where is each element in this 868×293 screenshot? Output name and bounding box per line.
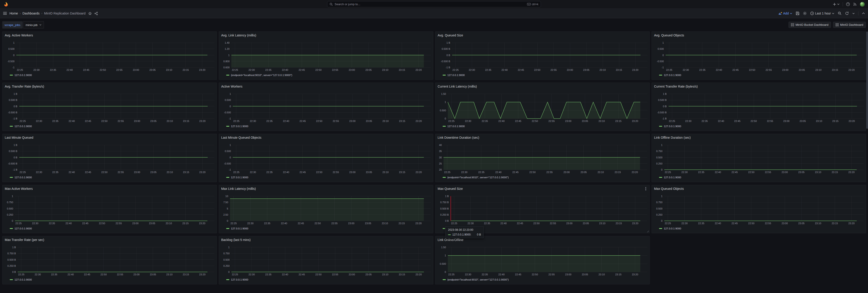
legend-item[interactable]: 127.0.0.1:9000	[10, 125, 214, 128]
plot-area[interactable]	[448, 247, 647, 272]
panel-title[interactable]: Current Link Latency (millis)	[438, 85, 477, 88]
plot-area[interactable]	[18, 247, 214, 272]
legend-item[interactable]: 127.0.0.1:9000	[10, 176, 214, 179]
plot-area[interactable]	[664, 145, 864, 170]
panel-title[interactable]: Link Downtime Duration (sec)	[438, 136, 479, 139]
panel-title[interactable]: Avg. Active Workers	[5, 33, 33, 37]
x-tick-label: 23:15	[832, 69, 838, 71]
search-input[interactable]: Search or jump to... ctrl+k	[327, 1, 541, 7]
chevron-up-icon[interactable]	[862, 12, 865, 14]
refresh-icon[interactable]	[845, 11, 849, 15]
grafana-logo-icon[interactable]	[3, 2, 9, 7]
x-tick-label: 23:00	[133, 69, 139, 71]
panel-title[interactable]: Link Online/Offline	[438, 238, 463, 241]
plot-area[interactable]	[19, 94, 214, 119]
legend-item[interactable]: {endpoint="localhost:9010", server="127.…	[443, 278, 647, 281]
panel-title[interactable]: Avg. Link Latency (millis)	[221, 33, 256, 37]
plot-area[interactable]	[233, 145, 431, 170]
panel-title[interactable]: Current Transfer Rate (bytes/s)	[654, 85, 698, 88]
y-tick-label: 1	[229, 93, 231, 95]
save-dashboard-icon[interactable]	[796, 11, 799, 15]
legend-item[interactable]: 127.0.0.1:9000	[10, 227, 214, 230]
legend-color-dash	[443, 279, 446, 280]
mega-menu-icon[interactable]	[3, 12, 7, 15]
plot-area[interactable]	[233, 94, 431, 119]
panel-header: Backlog (last 5 mins)	[221, 237, 431, 242]
legend-item[interactable]: 127.0.0.1:9000	[226, 278, 431, 281]
legend-label: {endpoint="localhost:9010", server="127.…	[231, 74, 292, 76]
news-icon[interactable]	[853, 2, 857, 6]
panel-title[interactable]: Avg. Transfer Rate (bytes/s)	[5, 85, 44, 88]
legend-item[interactable]: 127.0.0.1:9000	[443, 74, 647, 76]
dashboard-settings-icon[interactable]	[803, 11, 807, 15]
legend-item[interactable]: {endpoint="localhost:9010", server="127.…	[443, 176, 647, 179]
panel-title[interactable]: Max Queued Size	[438, 187, 463, 191]
link-minio-dashboard[interactable]: MinIO Dashboard	[833, 22, 866, 28]
legend-item[interactable]: 127.0.0.1:9000	[226, 125, 431, 128]
plot-area[interactable]	[15, 196, 214, 221]
y-tick-label: 1 B	[13, 144, 18, 146]
share-icon[interactable]	[94, 12, 98, 15]
legend-item[interactable]: 127.0.0.1:9000	[10, 278, 214, 281]
plot-area[interactable]	[443, 145, 647, 170]
panel-resize-handle[interactable]	[647, 231, 649, 232]
link-minio-bucket-dashboard[interactable]: MinIO Bucket Dashboard	[788, 22, 831, 28]
user-avatar[interactable]	[860, 2, 865, 7]
y-tick-label: 2.50	[223, 214, 228, 216]
breadcrumb-dashboards[interactable]: Dashboards	[23, 11, 40, 15]
plot-area[interactable]	[669, 94, 864, 119]
panel-title[interactable]: Max Active Workers	[5, 187, 33, 191]
legend-item[interactable]: 127.0.0.1:9000	[226, 176, 431, 179]
legend-item[interactable]: 127.0.0.1:9000	[659, 74, 864, 76]
x-tick-label: 22:45	[732, 171, 738, 173]
panel-title[interactable]: Max Transfer Rate (per sec)	[5, 238, 44, 241]
legend-item[interactable]: 127.0.0.1:9000	[659, 125, 864, 128]
plot-area[interactable]	[19, 145, 214, 170]
panel-menu-icon[interactable]	[644, 187, 647, 191]
legend-item[interactable]: 127.0.0.1:9000	[659, 227, 864, 230]
x-tick-label: 22:45	[300, 120, 306, 122]
legend-item[interactable]: 127.0.0.1:9000	[659, 176, 864, 179]
x-tick-label: 22:50	[748, 171, 754, 173]
template-variable: scrape_jobs minio-job	[2, 21, 44, 29]
x-tick-label: 22:25	[232, 69, 238, 71]
plot-area[interactable]	[16, 43, 214, 67]
panel-title[interactable]: Avg. Queued Objects	[654, 33, 684, 37]
add-panel-button[interactable]: Add	[779, 11, 792, 15]
zoom-out-time-icon[interactable]	[838, 11, 841, 15]
x-tick-label: 23:10	[598, 273, 605, 276]
panel-title[interactable]: Last Minute Queued Objects	[221, 136, 261, 139]
legend-color-dash	[10, 126, 13, 127]
x-axis: 22:2522:3022:3522:4022:4522:5022:5523:00…	[664, 171, 864, 174]
legend-item[interactable]: 127.0.0.1:9000	[443, 125, 647, 128]
plot-area[interactable]	[231, 43, 431, 67]
variable-value-dropdown[interactable]: minio-job	[23, 21, 44, 29]
page-scrollbar-thumb[interactable]	[866, 31, 868, 129]
star-icon[interactable]	[88, 12, 92, 15]
plot-area[interactable]	[448, 94, 647, 119]
refresh-interval-chevron-icon[interactable]	[852, 13, 855, 14]
legend-item[interactable]: 127.0.0.1:9000	[226, 227, 431, 230]
panel-title[interactable]: Link Offline Duration (sec)	[654, 136, 691, 139]
y-tick-label: -0.500 B	[8, 162, 18, 165]
x-tick-label: 22:50	[315, 273, 322, 276]
plot-area[interactable]	[230, 196, 431, 221]
panel-title[interactable]: Backlog (last 5 mins)	[221, 238, 251, 241]
panel-title[interactable]: Max Queued Objects	[654, 187, 684, 191]
panel-title[interactable]: Max Link Latency (millis)	[221, 187, 256, 191]
panel-title[interactable]: Avg. Queued Size	[438, 33, 463, 37]
plot-area[interactable]	[664, 196, 864, 221]
plot-area[interactable]	[231, 247, 431, 272]
plot-area[interactable]	[451, 196, 647, 221]
variable-label[interactable]: scrape_jobs	[2, 21, 23, 29]
time-range-picker[interactable]: Last 1 hour	[810, 11, 834, 15]
plot-area[interactable]	[452, 43, 647, 67]
panel-title[interactable]: Last Minute Queued	[5, 136, 33, 139]
breadcrumb-home[interactable]: Home	[9, 11, 18, 15]
plot-area[interactable]	[665, 43, 864, 67]
legend-item[interactable]: 127.0.0.1:9000	[10, 74, 214, 76]
help-icon[interactable]	[846, 2, 850, 6]
legend-item[interactable]: {endpoint="localhost:9010", server="127.…	[226, 74, 431, 76]
new-menu-button[interactable]	[833, 3, 839, 6]
panel-title[interactable]: Active Workers	[221, 85, 243, 88]
